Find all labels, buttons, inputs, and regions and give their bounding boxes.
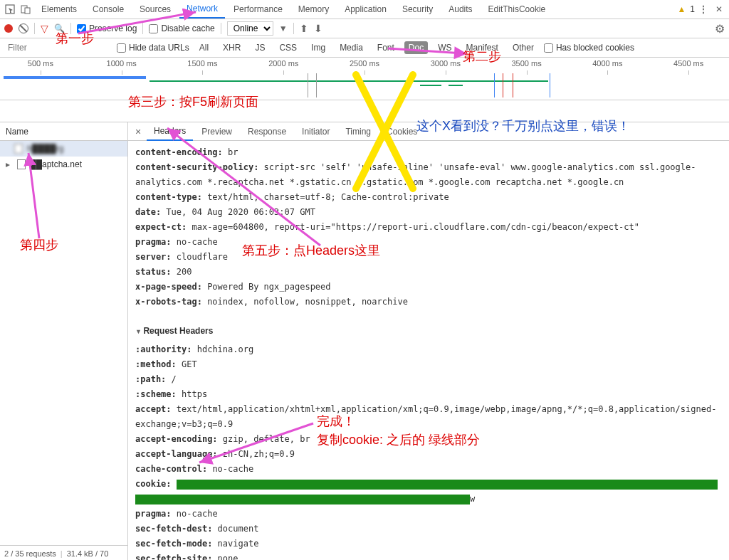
header-line: :authority: hdchina.org	[135, 342, 722, 357]
detail-tabs: × Headers Preview Response Initiator Tim…	[128, 122, 729, 141]
tab-elements[interactable]: Elements	[34, 1, 84, 18]
timeline-tick: 4000 ms	[567, 59, 648, 70]
close-detail-icon[interactable]: ×	[131, 126, 145, 137]
filter-bar: Hide data URLs All XHR JS CSS Img Media …	[0, 38, 729, 58]
header-line: x-page-speed: Powered By ngx_pagespeed	[135, 280, 722, 295]
header-line: server: cloudflare	[135, 250, 722, 265]
preserve-log-checkbox[interactable]: Preserve log	[77, 23, 137, 33]
filter-img[interactable]: Img	[307, 41, 330, 54]
header-line: content-encoding: br	[135, 145, 722, 160]
filter-all[interactable]: All	[195, 41, 213, 54]
request-name: ██aptcha.net	[30, 159, 82, 169]
timeline-tick: 4500 ms	[648, 59, 729, 70]
tab-cookies[interactable]: Cookies	[379, 123, 424, 140]
timeline-tick: 2000 ms	[243, 59, 324, 70]
header-line: expect-ct: max-age=604800, report-uri="h…	[135, 220, 722, 235]
throttle-select[interactable]: Online	[227, 21, 273, 36]
filter-css[interactable]: CSS	[275, 41, 301, 54]
network-timeline[interactable]: 500 ms 1000 ms 1500 ms 2000 ms 2500 ms 3…	[0, 58, 729, 100]
download-har-icon[interactable]: ⬇	[314, 23, 322, 34]
expand-caret-icon[interactable]: ▸	[6, 159, 13, 169]
header-line: accept-language: zh-CN,zh;q=0.9	[135, 447, 722, 462]
document-icon	[14, 144, 23, 154]
tab-console[interactable]: Console	[85, 1, 131, 18]
tab-sources[interactable]: Sources	[132, 1, 178, 18]
timeline-tick: 3000 ms	[405, 59, 486, 70]
header-line: content-security-policy: script-src 'sel…	[135, 160, 722, 190]
filter-manifest[interactable]: Manifest	[462, 41, 503, 54]
tab-timing[interactable]: Timing	[338, 123, 378, 140]
request-item[interactable]: h████rg	[0, 141, 127, 157]
filter-doc[interactable]: Doc	[404, 41, 428, 54]
transfer-size: 31.4 kB / 70	[67, 549, 109, 558]
timeline-tick: 3500 ms	[486, 59, 567, 70]
tab-response[interactable]: Response	[241, 123, 293, 140]
timeline-tick: 1500 ms	[162, 59, 243, 70]
search-icon[interactable]: 🔍	[54, 23, 65, 33]
upload-har-icon[interactable]: ⬆	[300, 23, 308, 34]
tab-preview[interactable]: Preview	[194, 123, 239, 140]
header-line: content-type: text/html; charset=utf-8; …	[135, 190, 722, 205]
filter-js[interactable]: JS	[251, 41, 269, 54]
header-line: sec-fetch-mode: navigate	[135, 537, 722, 551]
disable-cache-checkbox[interactable]: Disable cache	[149, 23, 214, 33]
tab-security[interactable]: Security	[395, 1, 440, 18]
header-line: pragma: no-cache	[135, 235, 722, 250]
tab-network[interactable]: Network	[179, 0, 225, 19]
warning-icon[interactable]: ▲	[677, 4, 686, 14]
sidebar-header-name[interactable]: Name	[0, 122, 127, 141]
has-blocked-cookies-checkbox[interactable]: Has blocked cookies	[544, 43, 634, 53]
header-line: sec-fetch-dest: document	[135, 522, 722, 537]
request-list-sidebar: Name h████rg ▸ ██aptcha.net 2 / 35 reque…	[0, 122, 128, 560]
filter-xhr[interactable]: XHR	[219, 41, 245, 54]
header-line: :method: GET	[135, 357, 722, 372]
header-cookie: cookie: w	[135, 477, 722, 507]
headers-content[interactable]: content-encoding: brcontent-security-pol…	[128, 141, 729, 560]
svg-rect-2	[25, 8, 30, 14]
request-name: h████rg	[27, 144, 63, 154]
device-toggle-icon[interactable]	[19, 2, 33, 16]
header-line: date: Tue, 04 Aug 2020 06:03:07 GMT	[135, 205, 722, 220]
request-count: 2 / 35 requests	[4, 549, 56, 558]
filter-ws[interactable]: WS	[434, 41, 456, 54]
filter-input[interactable]	[4, 41, 111, 55]
header-line: sec-fetch-site: none	[135, 551, 722, 560]
hide-data-urls-checkbox[interactable]: Hide data URLs	[117, 43, 189, 53]
request-headers-title[interactable]: Request Headers	[135, 321, 722, 342]
header-line: :scheme: https	[135, 387, 722, 402]
header-line: accept-encoding: gzip, deflate, br	[135, 432, 722, 447]
devtools-main-tabs: Elements Console Sources Network Perform…	[0, 0, 729, 19]
filter-toggle-icon[interactable]: ▽	[41, 23, 48, 34]
tab-editthiscookie[interactable]: EditThisCookie	[481, 1, 553, 18]
filter-font[interactable]: Font	[373, 41, 399, 54]
close-devtools-icon[interactable]: ✕	[712, 2, 726, 16]
timeline-tick: 500 ms	[0, 59, 81, 70]
tab-audits[interactable]: Audits	[441, 1, 479, 18]
tab-performance[interactable]: Performance	[226, 1, 290, 18]
document-icon	[17, 159, 26, 169]
status-bar: 2 / 35 requests | 31.4 kB / 70	[0, 545, 127, 560]
cookie-value-redacted	[177, 480, 718, 490]
timeline-tick: 1000 ms	[81, 59, 162, 70]
settings-icon[interactable]: ⚙	[715, 22, 725, 36]
tab-memory[interactable]: Memory	[291, 1, 336, 18]
clear-button[interactable]	[19, 23, 28, 33]
filter-other[interactable]: Other	[508, 41, 538, 54]
record-button[interactable]	[4, 24, 13, 33]
filter-media[interactable]: Media	[335, 41, 367, 54]
tab-headers[interactable]: Headers	[147, 122, 193, 141]
timeline-tick: 2500 ms	[324, 59, 405, 70]
header-line: cache-control: no-cache	[135, 462, 722, 477]
header-line: status: 200	[135, 265, 722, 280]
warning-count[interactable]: 1	[690, 4, 695, 14]
header-line: accept: text/html,application/xhtml+xml,…	[135, 402, 722, 432]
more-icon[interactable]: ⋮	[696, 2, 710, 16]
cookie-value-redacted	[135, 495, 470, 504]
request-item[interactable]: ▸ ██aptcha.net	[0, 157, 127, 172]
inspect-icon[interactable]	[3, 2, 17, 16]
network-toolbar: ▽ 🔍 Preserve log Disable cache Online ▼ …	[0, 19, 729, 38]
tab-application[interactable]: Application	[337, 1, 394, 18]
header-line: x-robots-tag: noindex, nofollow, nosnipp…	[135, 295, 722, 310]
header-line: :path: /	[135, 372, 722, 387]
tab-initiator[interactable]: Initiator	[295, 123, 337, 140]
